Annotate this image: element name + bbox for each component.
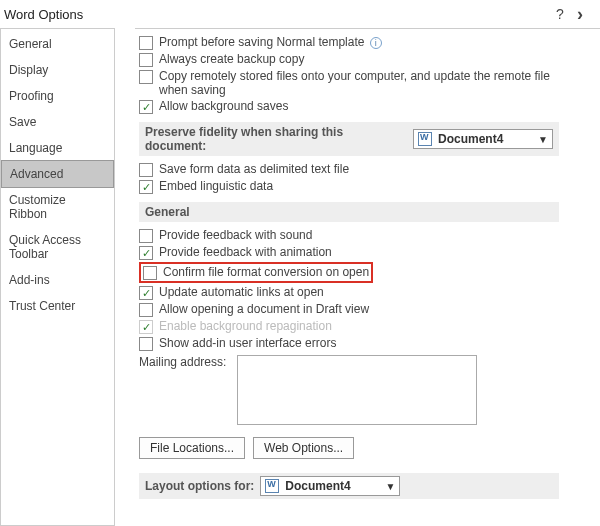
dialog-body: General Display Proofing Save Language A… bbox=[0, 28, 600, 526]
sidebar-item-trust-center[interactable]: Trust Center bbox=[1, 293, 114, 319]
checkbox-embed-linguistic[interactable] bbox=[139, 180, 153, 194]
main-panel: Prompt before saving Normal template i A… bbox=[135, 28, 600, 526]
category-sidebar: General Display Proofing Save Language A… bbox=[0, 28, 115, 526]
label-backup-copy: Always create backup copy bbox=[159, 52, 304, 66]
sidebar-item-quick-access[interactable]: Quick Access Toolbar bbox=[1, 227, 114, 267]
heading-preserve-fidelity: Preserve fidelity when sharing this docu… bbox=[145, 125, 401, 153]
checkbox-allow-draft[interactable] bbox=[139, 303, 153, 317]
opt-feedback-sound: Provide feedback with sound bbox=[139, 228, 598, 243]
sidebar-item-addins[interactable]: Add-ins bbox=[1, 267, 114, 293]
layout-document-name: Document4 bbox=[285, 479, 350, 493]
mailing-address-input[interactable] bbox=[237, 355, 477, 425]
sidebar-item-advanced[interactable]: Advanced bbox=[1, 160, 114, 188]
checkbox-background-saves[interactable] bbox=[139, 100, 153, 114]
opt-update-auto-links: Update automatic links at open bbox=[139, 285, 598, 300]
layout-document-dropdown[interactable]: Document4 ▼ bbox=[260, 476, 400, 496]
file-locations-button[interactable]: File Locations... bbox=[139, 437, 245, 459]
label-show-addin-errors: Show add-in user interface errors bbox=[159, 336, 336, 350]
opt-allow-draft: Allow opening a document in Draft view bbox=[139, 302, 598, 317]
heading-layout-options: Layout options for: bbox=[145, 479, 254, 493]
heading-general: General bbox=[145, 205, 190, 219]
label-allow-draft: Allow opening a document in Draft view bbox=[159, 302, 369, 316]
general-buttons: File Locations... Web Options... bbox=[139, 437, 598, 459]
sidebar-item-proofing[interactable]: Proofing bbox=[1, 83, 114, 109]
highlight-confirm-conversion: Confirm file format conversion on open bbox=[139, 262, 373, 283]
section-general: General bbox=[139, 202, 559, 222]
checkbox-feedback-animation[interactable] bbox=[139, 246, 153, 260]
opt-feedback-animation: Provide feedback with animation bbox=[139, 245, 598, 260]
word-document-icon bbox=[418, 132, 432, 146]
opt-copy-remote: Copy remotely stored files onto your com… bbox=[139, 69, 598, 97]
label-mailing-address: Mailing address: bbox=[139, 355, 231, 369]
label-update-auto-links: Update automatic links at open bbox=[159, 285, 324, 299]
opt-save-form-data: Save form data as delimited text file bbox=[139, 162, 598, 177]
web-options-button[interactable]: Web Options... bbox=[253, 437, 354, 459]
opt-show-addin-errors: Show add-in user interface errors bbox=[139, 336, 598, 351]
checkbox-copy-remote[interactable] bbox=[139, 70, 153, 84]
opt-embed-linguistic: Embed linguistic data bbox=[139, 179, 598, 194]
checkbox-feedback-sound[interactable] bbox=[139, 229, 153, 243]
fidelity-document-name: Document4 bbox=[438, 132, 503, 146]
checkbox-update-auto-links[interactable] bbox=[139, 286, 153, 300]
section-layout-options: Layout options for: Document4 ▼ bbox=[139, 473, 559, 499]
label-background-repagination: Enable background repagination bbox=[159, 319, 332, 333]
opt-confirm-conversion: Confirm file format conversion on open bbox=[139, 262, 598, 283]
sidebar-item-language[interactable]: Language bbox=[1, 135, 114, 161]
label-background-saves: Allow background saves bbox=[159, 99, 288, 113]
help-button[interactable]: ? bbox=[550, 6, 570, 22]
window-title: Word Options bbox=[4, 7, 550, 22]
sidebar-item-save[interactable]: Save bbox=[1, 109, 114, 135]
sidebar-item-general[interactable]: General bbox=[1, 31, 114, 57]
checkbox-show-addin-errors[interactable] bbox=[139, 337, 153, 351]
label-feedback-sound: Provide feedback with sound bbox=[159, 228, 312, 242]
checkbox-confirm-conversion[interactable] bbox=[143, 266, 157, 280]
opt-prompt-normal: Prompt before saving Normal template i bbox=[139, 35, 598, 50]
sidebar-item-display[interactable]: Display bbox=[1, 57, 114, 83]
checkbox-save-form-data[interactable] bbox=[139, 163, 153, 177]
checkbox-prompt-normal[interactable] bbox=[139, 36, 153, 50]
opt-background-saves: Allow background saves bbox=[139, 99, 598, 114]
opt-backup-copy: Always create backup copy bbox=[139, 52, 598, 67]
next-button[interactable]: › bbox=[570, 4, 590, 25]
label-embed-linguistic: Embed linguistic data bbox=[159, 179, 273, 193]
chevron-down-icon: ▼ bbox=[385, 481, 395, 492]
label-confirm-conversion: Confirm file format conversion on open bbox=[163, 265, 369, 279]
chevron-down-icon: ▼ bbox=[538, 134, 548, 145]
label-feedback-animation: Provide feedback with animation bbox=[159, 245, 332, 259]
title-bar: Word Options ? › bbox=[0, 0, 600, 28]
fidelity-document-dropdown[interactable]: Document4 ▼ bbox=[413, 129, 553, 149]
label-save-form-data: Save form data as delimited text file bbox=[159, 162, 349, 176]
opt-background-repagination: Enable background repagination bbox=[139, 319, 598, 334]
label-copy-remote: Copy remotely stored files onto your com… bbox=[159, 69, 559, 97]
checkbox-background-repagination bbox=[139, 320, 153, 334]
mailing-address-row: Mailing address: bbox=[139, 355, 598, 425]
label-prompt-normal: Prompt before saving Normal template bbox=[159, 35, 364, 49]
checkbox-backup-copy[interactable] bbox=[139, 53, 153, 67]
word-document-icon bbox=[265, 479, 279, 493]
sidebar-item-customize-ribbon[interactable]: Customize Ribbon bbox=[1, 187, 114, 227]
section-preserve-fidelity: Preserve fidelity when sharing this docu… bbox=[139, 122, 559, 156]
info-icon[interactable]: i bbox=[370, 37, 382, 49]
